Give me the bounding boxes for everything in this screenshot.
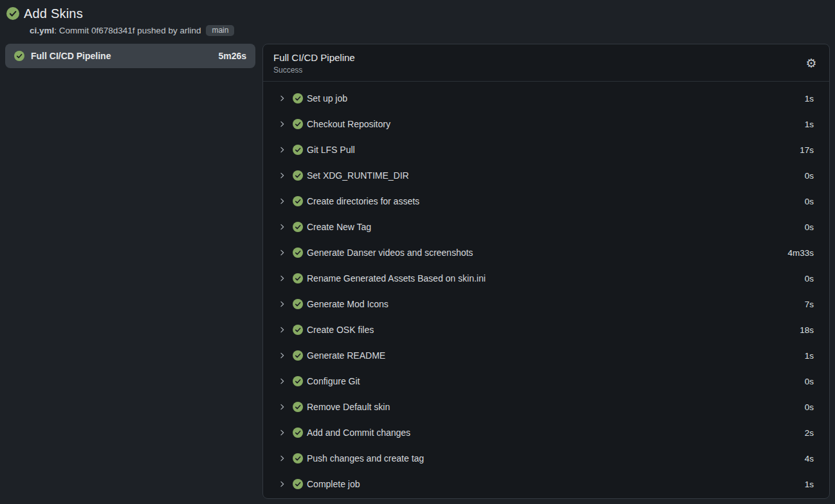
chevron-right-icon[interactable] <box>279 146 286 154</box>
step-row[interactable]: Complete job 1s <box>263 471 829 497</box>
step-duration: 7s <box>805 300 814 309</box>
step-duration: 0s <box>805 197 814 206</box>
chevron-right-icon[interactable] <box>279 172 286 179</box>
chevron-right-icon[interactable] <box>279 480 286 488</box>
step-name: Checkout Repository <box>307 119 805 129</box>
run-status-check-circle-icon <box>6 7 19 20</box>
step-name: Complete job <box>307 479 805 489</box>
step-name: Generate Danser videos and screenshots <box>307 248 787 258</box>
step-check-circle-icon <box>293 350 303 361</box>
step-check-circle-icon <box>293 453 303 464</box>
step-name: Add and Commit changes <box>307 428 805 438</box>
step-check-circle-icon <box>293 273 303 284</box>
step-row[interactable]: Generate Danser videos and screenshots 4… <box>263 240 829 266</box>
chevron-right-icon[interactable] <box>279 352 286 359</box>
step-row[interactable]: Generate Mod Icons 7s <box>263 291 829 317</box>
step-name: Push changes and create tag <box>307 453 805 464</box>
step-row[interactable]: Git LFS Pull 17s <box>263 137 829 163</box>
chevron-right-icon[interactable] <box>279 300 286 308</box>
step-check-circle-icon <box>293 479 303 489</box>
step-name: Generate Mod Icons <box>307 299 805 309</box>
steps-list: Set up job 1s Checkout Repository 1s Git… <box>263 82 829 500</box>
step-row[interactable]: Add and Commit changes 2s <box>263 420 829 446</box>
step-row[interactable]: Set XDG_RUNTIME_DIR 0s <box>263 163 829 188</box>
step-duration: 4m33s <box>787 248 814 258</box>
step-row[interactable]: Rename Generated Assets Based on skin.in… <box>263 266 829 291</box>
step-row[interactable]: Remove Default skin 0s <box>263 394 829 420</box>
step-duration: 1s <box>805 120 814 129</box>
branch-badge[interactable]: main <box>206 25 234 36</box>
commit-meta: ci.yml: Commit 0f678d341f pushed by arli… <box>30 24 827 37</box>
step-row[interactable]: Push changes and create tag 4s <box>263 446 829 471</box>
step-name: Create directories for assets <box>307 196 805 206</box>
chevron-right-icon[interactable] <box>279 455 286 462</box>
step-duration: 0s <box>805 377 814 386</box>
step-duration: 1s <box>805 480 814 489</box>
run-content: Full CI/CD Pipeline 5m26s Full CI/CD Pip… <box>0 44 835 499</box>
step-check-circle-icon <box>293 376 303 386</box>
step-check-circle-icon <box>293 402 303 412</box>
step-duration: 0s <box>805 274 814 284</box>
step-name: Create New Tag <box>307 222 805 232</box>
step-row[interactable]: Checkout Repository 1s <box>263 111 829 137</box>
chevron-right-icon[interactable] <box>279 403 286 411</box>
job-title: Full CI/CD Pipeline <box>273 52 355 64</box>
step-name: Remove Default skin <box>307 402 805 412</box>
step-name: Set XDG_RUNTIME_DIR <box>307 170 805 181</box>
run-header: Add Skins ci.yml: Commit 0f678d341f push… <box>0 0 835 37</box>
step-duration: 0s <box>805 222 814 232</box>
workflow-file-name: ci.yml <box>30 26 54 35</box>
chevron-right-icon[interactable] <box>279 274 286 282</box>
step-name: Create OSK files <box>307 325 800 335</box>
commit-description: : Commit 0f678d341f pushed by arlind <box>54 26 201 35</box>
chevron-right-icon[interactable] <box>279 326 286 334</box>
chevron-right-icon[interactable] <box>279 120 286 128</box>
step-name: Rename Generated Assets Based on skin.in… <box>307 273 805 284</box>
step-duration: 0s <box>805 171 814 181</box>
step-name: Git LFS Pull <box>307 145 800 155</box>
step-duration: 0s <box>805 402 814 412</box>
step-duration: 2s <box>805 428 814 438</box>
job-status-text: Success <box>273 66 355 75</box>
step-check-circle-icon <box>293 325 303 335</box>
step-check-circle-icon <box>293 248 303 258</box>
step-check-circle-icon <box>293 299 303 309</box>
gear-icon[interactable]: ⚙ <box>803 56 819 71</box>
job-detail-header: Full CI/CD Pipeline Success ⚙ <box>263 44 829 82</box>
job-detail-panel: Full CI/CD Pipeline Success ⚙ Set up job… <box>262 44 830 499</box>
chevron-right-icon[interactable] <box>279 377 286 385</box>
chevron-right-icon[interactable] <box>279 249 286 256</box>
sidebar-job-item[interactable]: Full CI/CD Pipeline 5m26s <box>5 44 255 68</box>
step-row[interactable]: Create directories for assets 0s <box>263 188 829 214</box>
step-check-circle-icon <box>293 222 303 232</box>
step-row[interactable]: Configure Git 0s <box>263 368 829 394</box>
step-row[interactable]: Create OSK files 18s <box>263 317 829 343</box>
step-duration: 17s <box>800 145 814 155</box>
chevron-right-icon[interactable] <box>279 94 286 102</box>
step-duration: 1s <box>805 351 814 361</box>
step-row[interactable]: Create New Tag 0s <box>263 214 829 240</box>
step-row[interactable]: Generate README 1s <box>263 343 829 368</box>
step-check-circle-icon <box>293 119 303 129</box>
step-duration: 4s <box>805 454 814 464</box>
step-check-circle-icon <box>293 145 303 155</box>
chevron-right-icon[interactable] <box>279 223 286 231</box>
job-status-check-circle-icon <box>14 51 24 61</box>
step-check-circle-icon <box>293 93 303 104</box>
job-duration: 5m26s <box>218 51 246 61</box>
step-check-circle-icon <box>293 196 303 206</box>
step-check-circle-icon <box>293 170 303 181</box>
chevron-right-icon[interactable] <box>279 197 286 205</box>
job-name: Full CI/CD Pipeline <box>31 51 212 61</box>
step-row[interactable]: Set up job 1s <box>263 86 829 111</box>
step-name: Generate README <box>307 350 805 361</box>
step-name: Set up job <box>307 93 805 104</box>
step-name: Configure Git <box>307 376 805 386</box>
page-title: Add Skins <box>24 6 83 21</box>
jobs-sidebar: Full CI/CD Pipeline 5m26s <box>5 44 255 68</box>
step-duration: 18s <box>800 325 814 335</box>
step-check-circle-icon <box>293 428 303 438</box>
chevron-right-icon[interactable] <box>279 429 286 437</box>
step-duration: 1s <box>805 94 814 104</box>
